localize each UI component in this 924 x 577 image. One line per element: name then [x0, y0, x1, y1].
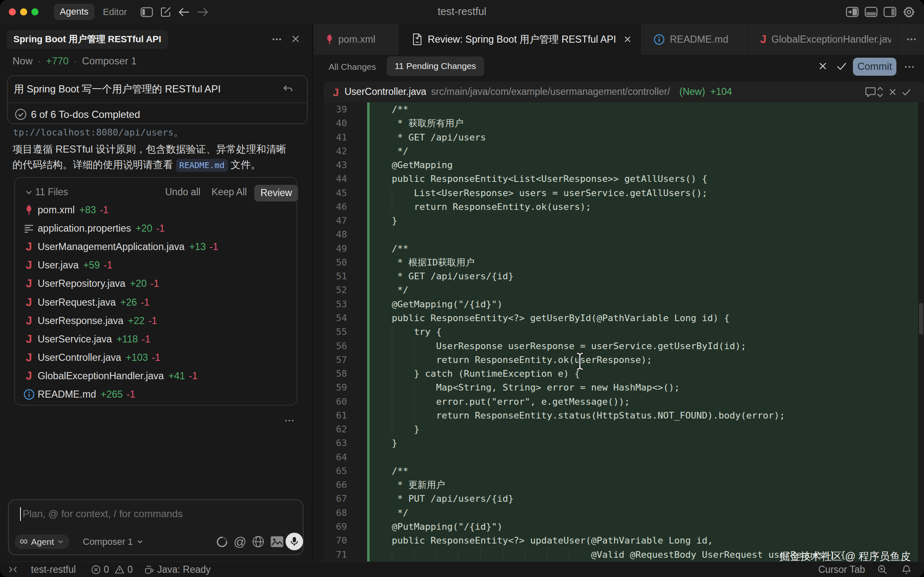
zoom-search-icon[interactable] — [877, 562, 888, 577]
mention-icon[interactable]: @ — [232, 534, 248, 549]
file-row[interactable]: JGlobalExceptionHandler.java+41-1 — [15, 367, 296, 386]
code-line[interactable]: 51 * GET /api/users/{id} — [324, 269, 924, 283]
tab-close-icon[interactable] — [622, 34, 633, 45]
context-usage-icon[interactable] — [214, 534, 230, 549]
accept-file-icon[interactable] — [900, 82, 913, 102]
code-line[interactable]: 59 Map<String, String> error = new HashM… — [324, 380, 924, 394]
code-line[interactable]: 56 UserResponse userResponse = userServi… — [324, 339, 924, 353]
cursor-tab-status[interactable]: Cursor Tab — [818, 562, 865, 577]
code-line[interactable]: 60 error.put("error", e.getMessage()); — [324, 395, 924, 408]
code-line[interactable]: 50 * 根据ID获取用户 — [324, 255, 924, 269]
file-row[interactable]: JUserService.java+118-1 — [15, 330, 296, 348]
scrollbar-thumb[interactable] — [919, 303, 923, 334]
editor-tab[interactable]: pom.xml — [314, 24, 399, 55]
undo-all-button[interactable]: Undo all — [165, 186, 200, 198]
code-line[interactable]: 61 return ResponseEntity.status(HttpStat… — [324, 408, 924, 422]
user-message-row[interactable]: 用 Spring Boot 写一个用户管理的 RESTful API — [8, 76, 307, 102]
diff-code-area[interactable]: 39 /**40 * 获取所有用户41 * GET /api/users42 *… — [324, 102, 924, 562]
files-count-label[interactable]: 11 Files — [35, 186, 68, 198]
file-row[interactable]: application.properties+20-1 — [15, 219, 296, 237]
diff-file-path: src/main/java/com/example/usermanagement… — [431, 86, 670, 97]
code-line[interactable]: 39 /** — [324, 102, 924, 116]
scrollbar[interactable] — [918, 102, 924, 562]
code-line[interactable]: 49 /** — [324, 242, 924, 255]
file-row[interactable]: JUserRequest.java+26-1 — [15, 293, 296, 311]
thread-more-icon[interactable] — [271, 33, 283, 45]
file-name: User.java — [38, 260, 79, 271]
editor-tab[interactable]: README.md — [641, 24, 748, 55]
thread-title[interactable]: Spring Boot 用户管理 RESTful API — [7, 30, 168, 49]
readme-code-chip[interactable]: README.md — [176, 159, 228, 172]
composer-select[interactable]: Composer 1 — [83, 534, 143, 549]
code-line[interactable]: 54 public ResponseEntity<?> getUserById(… — [324, 311, 924, 325]
code-line[interactable]: 41 * GET /api/users — [324, 130, 924, 144]
scrolled-tail-period: 。 — [174, 126, 184, 138]
undo-message-icon[interactable] — [281, 82, 295, 95]
file-added-count: +41 — [168, 370, 185, 382]
file-row[interactable]: README.md+265-1 — [15, 386, 296, 404]
code-line[interactable]: 58 } catch (RuntimeException e) { — [324, 367, 924, 380]
code-line-text: @GetMapping — [370, 160, 453, 170]
pending-changes-tab[interactable]: 11 Pending Changes — [387, 56, 484, 76]
discard-all-icon[interactable] — [817, 60, 829, 72]
remote-indicator-icon[interactable] — [8, 562, 18, 577]
toggle-agent-panel-icon[interactable] — [845, 0, 859, 24]
workspace-name[interactable]: test-restful — [31, 562, 76, 577]
code-line[interactable]: 65 /** — [324, 464, 924, 478]
code-line[interactable]: 70 public ResponseEntity<?> updateUser(@… — [324, 534, 924, 547]
problems-indicator[interactable]: 0 0 — [91, 562, 133, 577]
keep-all-button[interactable]: Keep All — [212, 186, 247, 198]
agent-mode-select[interactable]: ∞ Agent — [15, 534, 69, 549]
code-line[interactable]: 47 } — [324, 214, 924, 227]
toolbar-more-icon[interactable] — [904, 61, 915, 72]
editor-tab[interactable]: JGlobalExceptionHandler.jav — [748, 24, 898, 55]
code-line[interactable]: 69 @PutMapping("/{id}") — [324, 520, 924, 534]
voice-mic-button[interactable] — [286, 533, 303, 550]
file-row[interactable]: JUserRepository.java+20-1 — [15, 275, 296, 293]
file-row[interactable]: JUserManagementApplication.java+13-1 — [15, 237, 296, 256]
file-row[interactable]: JUserController.java+103-1 — [15, 349, 296, 367]
code-text: * 获取所有用户 — [370, 116, 924, 130]
notifications-bell-icon[interactable] — [901, 562, 911, 577]
code-line[interactable]: 43 @GetMapping — [324, 158, 924, 172]
toggle-right-panel-icon[interactable] — [883, 0, 896, 24]
code-line[interactable]: 64 — [324, 450, 924, 464]
code-line[interactable]: 62 } — [324, 422, 924, 436]
commit-button[interactable]: Commit — [853, 58, 896, 76]
toggle-bottom-panel-icon[interactable] — [864, 0, 878, 24]
code-line[interactable]: 53 @GetMapping("/{id}") — [324, 297, 924, 311]
thread-close-icon[interactable] — [289, 33, 302, 45]
code-line[interactable]: 42 */ — [324, 144, 924, 158]
code-line[interactable]: 67 * PUT /api/users/{id} — [324, 492, 924, 506]
chat-input-box[interactable]: Plan, @ for context, / for commands ∞ Ag… — [8, 499, 304, 555]
accept-all-icon[interactable] — [835, 60, 848, 72]
todos-row[interactable]: 6 of 6 To-dos Completed — [8, 102, 307, 123]
files-collapse-chevron-icon[interactable] — [25, 189, 33, 195]
web-globe-icon[interactable] — [250, 534, 265, 549]
panel-more-icon[interactable] — [284, 415, 295, 426]
code-line[interactable]: 45 List<UserResponse> users = userServic… — [324, 186, 924, 200]
discard-file-icon[interactable] — [887, 82, 898, 102]
attach-image-icon[interactable] — [269, 534, 285, 549]
file-row[interactable]: JUser.java+59-1 — [15, 256, 296, 275]
diff-file-header[interactable]: J UserController.java src/main/java/com/… — [324, 82, 924, 102]
code-line[interactable]: 40 * 获取所有用户 — [324, 116, 924, 130]
code-line[interactable]: 68 */ — [324, 506, 924, 520]
expand-diff-icon[interactable] — [875, 82, 886, 102]
code-line[interactable]: 55 try { — [324, 325, 924, 339]
tabbar-more-icon[interactable] — [906, 24, 917, 55]
code-line[interactable]: 52 */ — [324, 283, 924, 297]
editor-tab[interactable]: Review: Spring Boot 用户管理 RESTful API — [399, 24, 641, 55]
file-row[interactable]: JUserResponse.java+22-1 — [15, 311, 296, 330]
review-button[interactable]: Review — [254, 185, 298, 202]
code-line[interactable]: 66 * 更新用户 — [324, 478, 924, 492]
code-line[interactable]: 46 return ResponseEntity.ok(users); — [324, 200, 924, 214]
java-status[interactable]: Java: Ready — [144, 562, 211, 577]
code-line[interactable]: 44 public ResponseEntity<List<UserRespon… — [324, 172, 924, 186]
code-line[interactable]: 63 } — [324, 436, 924, 450]
code-line[interactable]: 48 — [324, 227, 924, 241]
settings-gear-icon[interactable] — [902, 0, 916, 24]
file-row[interactable]: pom.xml+83-1 — [15, 201, 296, 219]
all-changes-tab[interactable]: All Changes — [329, 55, 376, 82]
code-line[interactable]: 57 return ResponseEntity.ok(userResponse… — [324, 353, 924, 367]
